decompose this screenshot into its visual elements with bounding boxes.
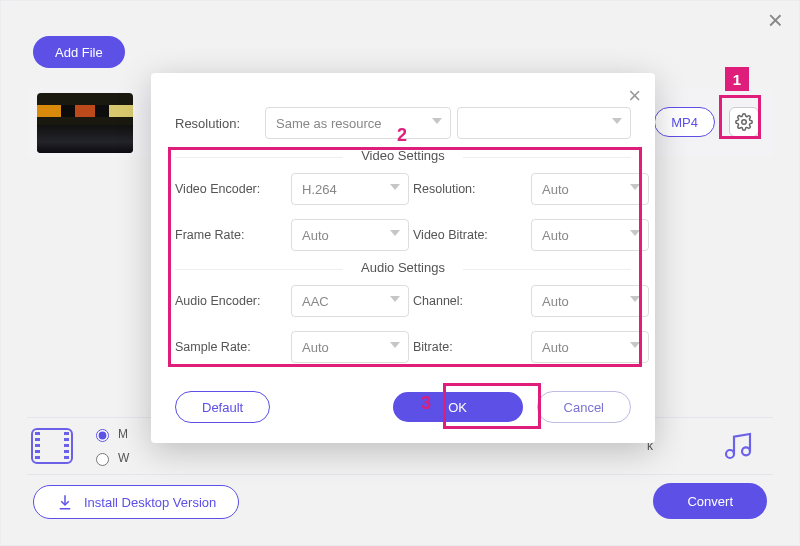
channel-label: Channel: xyxy=(413,294,525,308)
video-encoder-label: Video Encoder: xyxy=(175,182,285,196)
convert-button[interactable]: Convert xyxy=(653,483,767,519)
svg-point-2 xyxy=(742,447,750,455)
frame-rate-label: Frame Rate: xyxy=(175,228,285,242)
channel-select[interactable]: Auto xyxy=(531,285,649,317)
sample-rate-select[interactable]: Auto xyxy=(291,331,409,363)
video-thumbnail[interactable] xyxy=(37,93,133,153)
music-icon[interactable] xyxy=(721,430,755,462)
app-root: × Add File MP4 M W k Install Desktop Ver… xyxy=(0,0,800,546)
v-resolution-label: Resolution: xyxy=(413,182,525,196)
close-icon[interactable]: × xyxy=(768,5,783,36)
radio-option-b[interactable]: W xyxy=(91,450,129,466)
video-bitrate-select[interactable]: Auto xyxy=(531,219,649,251)
film-icon xyxy=(31,428,73,464)
default-button[interactable]: Default xyxy=(175,391,270,423)
audio-section-title: Audio Settings xyxy=(343,260,463,275)
frame-rate-select[interactable]: Auto xyxy=(291,219,409,251)
audio-encoder-select[interactable]: AAC xyxy=(291,285,409,317)
settings-modal: × Resolution: Same as resource Video Set… xyxy=(151,73,655,443)
audio-encoder-label: Audio Encoder: xyxy=(175,294,285,308)
svg-point-1 xyxy=(726,450,734,458)
v-resolution-select[interactable]: Auto xyxy=(531,173,649,205)
svg-point-0 xyxy=(742,120,747,125)
video-encoder-select[interactable]: H.264 xyxy=(291,173,409,205)
resolution-label: Resolution: xyxy=(175,116,265,131)
ok-button[interactable]: OK xyxy=(393,392,523,422)
video-section-title: Video Settings xyxy=(343,148,463,163)
format-radios: M W xyxy=(91,426,129,466)
install-desktop-button[interactable]: Install Desktop Version xyxy=(33,485,239,519)
audio-settings-section: Audio Settings Audio Encoder: AAC Channe… xyxy=(175,269,631,363)
add-file-button[interactable]: Add File xyxy=(33,36,125,68)
cancel-button[interactable]: Cancel xyxy=(537,391,631,423)
download-icon xyxy=(56,493,74,511)
a-bitrate-label: Bitrate: xyxy=(413,340,525,354)
resolution-select-aux[interactable] xyxy=(457,107,631,139)
format-chip[interactable]: MP4 xyxy=(654,107,715,137)
video-settings-section: Video Settings Video Encoder: H.264 Reso… xyxy=(175,157,631,251)
resolution-select-main[interactable]: Same as resource xyxy=(265,107,451,139)
sample-rate-label: Sample Rate: xyxy=(175,340,285,354)
radio-option-a[interactable]: M xyxy=(91,426,129,442)
a-bitrate-select[interactable]: Auto xyxy=(531,331,649,363)
settings-button[interactable] xyxy=(729,107,759,137)
gear-icon xyxy=(735,113,753,131)
modal-close-icon[interactable]: × xyxy=(628,83,641,109)
video-bitrate-label: Video Bitrate: xyxy=(413,228,525,242)
